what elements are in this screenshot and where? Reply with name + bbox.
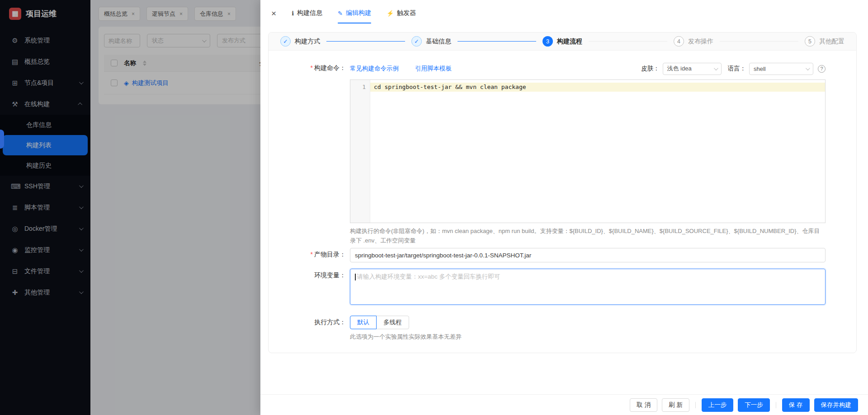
required-mark: * bbox=[311, 251, 313, 258]
skin-select[interactable]: 浅色 idea bbox=[663, 63, 722, 75]
env-vars-row: 环境变量： 请输入构建环境变量：xx=abc 多个变量回车换行即可 bbox=[269, 269, 856, 305]
build-process-form: *构建命令： 常见构建命令示例 引用脚本模板 皮肤： 浅色 idea bbox=[269, 51, 856, 353]
exec-method-help-text: 此选项为一个实验属性实际效果基本无差异 bbox=[350, 333, 826, 341]
env-vars-placeholder: 请输入构建环境变量：xx=abc 多个变量回车换行即可 bbox=[357, 273, 500, 280]
tab-label: 构建信息 bbox=[297, 9, 322, 17]
refresh-button[interactable]: 刷 新 bbox=[662, 398, 689, 412]
chevron-down-icon bbox=[713, 66, 718, 70]
tab-build-info[interactable]: ℹ 构建信息 bbox=[292, 0, 322, 26]
step-connector bbox=[589, 41, 667, 42]
skin-label: 皮肤： bbox=[641, 65, 660, 73]
line-number: 1 bbox=[350, 83, 366, 92]
step-other-config[interactable]: 5 其他配置 bbox=[805, 36, 844, 47]
footer-separator bbox=[776, 402, 776, 408]
step-connector bbox=[326, 41, 405, 42]
code-line: cd springboot-test-jar && mvn clean pack… bbox=[370, 83, 825, 92]
step-label: 构建方式 bbox=[295, 37, 320, 46]
build-command-row: *构建命令： 常见构建命令示例 引用脚本模板 皮肤： 浅色 idea bbox=[269, 61, 856, 245]
edit-icon: ✎ bbox=[338, 10, 343, 17]
radio-default[interactable]: 默认 bbox=[350, 316, 377, 329]
step-label: 其他配置 bbox=[819, 37, 844, 46]
step-label: 发布操作 bbox=[688, 37, 713, 46]
command-toolbar: 常见构建命令示例 引用脚本模板 皮肤： 浅色 idea 语言： shell bbox=[350, 61, 826, 76]
step-number: 4 bbox=[674, 36, 684, 47]
app-root: ▦ 项目运维 ⚙ 系统管理 ▤ 概括总览 ⊞ 节点&项目 ⚒ 在线构建 bbox=[0, 0, 868, 415]
chevron-down-icon bbox=[806, 66, 810, 70]
step-label: 构建流程 bbox=[557, 37, 582, 46]
tab-label: 编辑构建 bbox=[346, 9, 371, 17]
command-examples-link[interactable]: 常见构建命令示例 bbox=[350, 65, 399, 73]
save-and-build-button[interactable]: 保存并构建 bbox=[814, 398, 859, 412]
tab-trigger[interactable]: ⚡ 触发器 bbox=[387, 0, 416, 26]
build-form-card: ✓ 构建方式 ✓ 基础信息 3 构建流程 4 bbox=[268, 32, 857, 353]
drawer-mask[interactable] bbox=[0, 0, 260, 415]
editor-code-area[interactable]: cd springboot-test-jar && mvn clean pack… bbox=[370, 80, 825, 223]
text-cursor bbox=[355, 274, 356, 280]
info-icon: ℹ bbox=[292, 10, 294, 17]
step-connector bbox=[458, 41, 536, 42]
artifact-dir-row: *产物目录： bbox=[269, 248, 856, 262]
drawer-footer: 取 消 刷 新 上一步 下一步 保 存 保存并构建 bbox=[260, 394, 868, 415]
step-basic-info[interactable]: ✓ 基础信息 bbox=[411, 36, 451, 47]
select-value: shell bbox=[754, 65, 766, 72]
step-publish-action[interactable]: 4 发布操作 bbox=[674, 36, 713, 47]
env-vars-label: 环境变量： bbox=[269, 269, 350, 305]
step-label: 基础信息 bbox=[426, 37, 451, 46]
step-number: 5 bbox=[805, 36, 815, 47]
language-label: 语言： bbox=[728, 65, 746, 73]
required-mark: * bbox=[311, 64, 313, 71]
build-command-label: *构建命令： bbox=[269, 61, 350, 245]
artifact-dir-label: *产物目录： bbox=[269, 248, 350, 262]
exec-method-radio-group: 默认 多线程 bbox=[350, 316, 826, 329]
exec-method-label: 执行方式： bbox=[269, 316, 350, 341]
tab-edit-build[interactable]: ✎ 编辑构建 bbox=[338, 0, 371, 26]
editor-gutter: 1 bbox=[350, 80, 370, 223]
step-build-process[interactable]: 3 构建流程 bbox=[542, 36, 582, 47]
step-number: 3 bbox=[542, 36, 553, 47]
edit-build-drawer: × ℹ 构建信息 ✎ 编辑构建 ⚡ 触发器 ✓ 构建方式 bbox=[260, 0, 868, 415]
footer-separator bbox=[695, 402, 696, 408]
command-code-editor[interactable]: 1 cd springboot-test-jar && mvn clean pa… bbox=[350, 79, 826, 223]
trigger-icon: ⚡ bbox=[387, 10, 394, 17]
drawer-body: ✓ 构建方式 ✓ 基础信息 3 构建流程 4 bbox=[260, 26, 868, 394]
select-value: 浅色 idea bbox=[667, 65, 692, 73]
tab-label: 触发器 bbox=[397, 9, 416, 17]
step-check-icon: ✓ bbox=[280, 36, 291, 47]
steps-bar: ✓ 构建方式 ✓ 基础信息 3 构建流程 4 bbox=[269, 33, 856, 51]
save-button[interactable]: 保 存 bbox=[782, 398, 810, 412]
cancel-button[interactable]: 取 消 bbox=[630, 398, 657, 412]
sidebar-expand-handle[interactable] bbox=[0, 130, 4, 149]
next-step-button[interactable]: 下一步 bbox=[738, 398, 770, 412]
close-icon[interactable]: × bbox=[271, 9, 276, 18]
prev-step-button[interactable]: 上一步 bbox=[702, 398, 734, 412]
language-select[interactable]: shell bbox=[749, 63, 813, 75]
question-circle-icon[interactable]: ? bbox=[818, 65, 826, 73]
env-vars-textarea[interactable]: 请输入构建环境变量：xx=abc 多个变量回车换行即可 bbox=[350, 269, 826, 305]
artifact-dir-input[interactable] bbox=[350, 248, 826, 262]
exec-method-row: 执行方式： 默认 多线程 此选项为一个实验属性实际效果基本无差异 bbox=[269, 316, 856, 341]
script-template-link[interactable]: 引用脚本模板 bbox=[415, 65, 452, 73]
step-connector bbox=[720, 41, 798, 42]
drawer-header: × ℹ 构建信息 ✎ 编辑构建 ⚡ 触发器 bbox=[260, 0, 868, 26]
step-check-icon: ✓ bbox=[411, 36, 422, 47]
command-help-text: 构建执行的命令(非阻塞命令)，如：mvn clean package、npm r… bbox=[350, 226, 826, 245]
radio-multithread[interactable]: 多线程 bbox=[376, 316, 409, 329]
step-build-method[interactable]: ✓ 构建方式 bbox=[280, 36, 320, 47]
